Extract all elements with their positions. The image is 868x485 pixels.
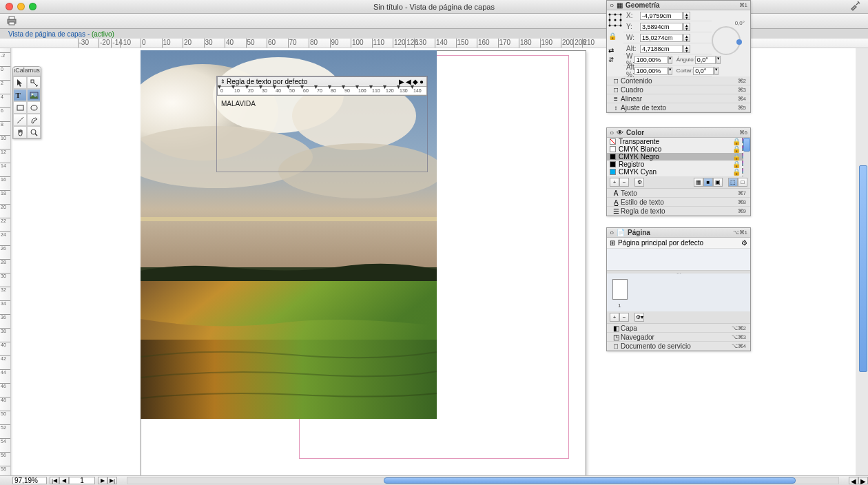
page-subpanel[interactable]: ◳Navegador⌥⌘3 <box>607 333 750 342</box>
text-subpanel[interactable]: A̲Estilo de texto⌘8 <box>607 198 750 207</box>
rectangle-tool[interactable] <box>13 101 27 114</box>
color-scrollbar[interactable] <box>743 138 750 176</box>
geometry-h-input[interactable] <box>640 45 683 53</box>
prev-page-button[interactable]: ◀ <box>59 477 69 484</box>
stepper[interactable]: ▴▾ <box>683 45 690 53</box>
geometry-subpanel[interactable]: ≡Alinear⌘4 <box>607 94 750 103</box>
direct-select-tool[interactable] <box>27 76 41 89</box>
first-page-button[interactable]: |◀ <box>50 477 59 484</box>
color-swatch-row[interactable]: CMYK Cyan🔒 <box>607 168 750 176</box>
color-swatch-row[interactable]: CMYK Magenta🔒 <box>607 176 750 176</box>
panel-close-icon[interactable]: ○ <box>610 229 614 236</box>
stepper[interactable]: ▾ <box>668 56 672 64</box>
fill-mode-1[interactable]: ▦ <box>694 178 703 187</box>
page-subpanel[interactable]: □Documento de servicio⌥⌘4 <box>607 342 750 351</box>
horizontal-scrollbar[interactable] <box>127 477 839 484</box>
color-panel[interactable]: ○ 👁 Color ⌘6 Transparente🔒CMYK Blanco🔒CM… <box>606 127 751 216</box>
geometry-angle-input[interactable] <box>695 56 716 64</box>
pen-tool[interactable] <box>27 114 41 126</box>
text-ruler-scale[interactable]: 0▾10▾20▾30▾40▾50▾60▾70▾80▾90▾100▾110▾120… <box>218 86 426 94</box>
hand-tool[interactable] <box>13 126 27 138</box>
zoom-tool[interactable] <box>27 126 41 138</box>
anchor-point-grid[interactable] <box>608 13 622 27</box>
scroll-right-button[interactable]: ▶ <box>858 477 868 484</box>
tool-palette-title: iCalamus <box>13 67 41 76</box>
panel-close-icon[interactable]: ○ <box>610 1 614 9</box>
rotation-dial[interactable]: 0,0° <box>712 20 745 53</box>
stepper[interactable]: ▾ <box>714 67 719 75</box>
page-subpanel[interactable]: ◧Capa⌥⌘2 <box>607 324 750 333</box>
svg-point-27 <box>620 19 622 21</box>
svg-point-15 <box>31 93 33 95</box>
vertical-scrollbar[interactable] <box>858 48 868 475</box>
color-swatch-row[interactable]: Transparente🔒 <box>607 138 750 145</box>
zoom-input[interactable] <box>12 477 47 484</box>
geometry-panel[interactable]: ○ ▦ Geometría ⌘1 🔒 ⇄ ⇵ X:▴▾ Y:▴▾ W:▴▾ Al… <box>606 0 751 113</box>
geometry-subpanel[interactable]: □Cuadro⌘3 <box>607 85 750 94</box>
tool-palette[interactable]: iCalamus T <box>12 66 41 139</box>
color-scrollbar-thumb[interactable] <box>743 138 750 152</box>
svg-rect-2 <box>9 22 14 25</box>
vertical-scrollbar-thumb[interactable] <box>859 165 867 372</box>
text-frame-content[interactable]: MALAVIDA <box>217 97 427 110</box>
remove-page-button[interactable]: − <box>619 313 629 322</box>
stroke-mode-1[interactable]: ⬚ <box>728 178 738 187</box>
page-number-input[interactable] <box>69 477 95 484</box>
line-tool[interactable] <box>13 114 27 126</box>
geometry-hpct-input[interactable] <box>634 67 668 75</box>
flip-h-icon[interactable]: ⇄ <box>608 47 622 54</box>
selection-tool[interactable] <box>13 76 27 89</box>
remove-color-button[interactable]: − <box>619 178 629 187</box>
stepper[interactable]: ▴▾ <box>683 34 690 42</box>
ellipse-tool[interactable] <box>27 101 41 114</box>
panel-close-icon[interactable]: ○ <box>610 129 614 136</box>
stroke-mode-2[interactable]: □ <box>738 178 747 187</box>
page-thumbnails[interactable]: 1 <box>607 274 750 311</box>
last-page-button[interactable]: ▶| <box>107 477 117 484</box>
color-swatch-row[interactable]: Registro🔒 <box>607 161 750 168</box>
horizontal-scrollbar-thumb[interactable] <box>384 477 796 484</box>
stepper[interactable]: ▴▾ <box>683 23 690 31</box>
add-color-button[interactable]: + <box>610 178 619 187</box>
print-button[interactable] <box>6 15 18 28</box>
page-1-thumb[interactable] <box>612 279 628 300</box>
add-page-button[interactable]: + <box>610 313 619 322</box>
geometry-y-input[interactable] <box>640 23 683 31</box>
svg-rect-16 <box>17 105 23 110</box>
color-swatch-row[interactable]: CMYK Blanco🔒 <box>607 145 750 153</box>
geometry-shear-input[interactable] <box>693 67 714 75</box>
text-frame[interactable]: ⇕ Regla de texto por defecto ▶◀◆● 0▾10▾2… <box>216 76 428 172</box>
svg-line-20 <box>35 134 37 136</box>
fill-mode-2[interactable]: ■ <box>703 178 713 187</box>
master-preview[interactable] <box>607 249 750 271</box>
text-ruler-panel[interactable]: ⇕ Regla de texto por defecto ▶◀◆● 0▾10▾2… <box>217 76 427 96</box>
geometry-wpct-input[interactable] <box>634 56 668 64</box>
text-subpanel[interactable]: ATexto⌘7 <box>607 189 750 198</box>
page-panel[interactable]: ○ 📄 Página ⌥⌘1 ⊞ Página principal por de… <box>606 227 751 351</box>
stepper[interactable]: ▴▾ <box>683 12 690 20</box>
svg-point-29 <box>614 25 617 27</box>
svg-point-24 <box>620 14 622 16</box>
page-number-label: 1 <box>618 302 747 309</box>
geometry-x-input[interactable] <box>640 12 683 20</box>
page-opts-button[interactable]: ⚙▾ <box>634 313 644 322</box>
lock-icon[interactable]: 🔒 <box>608 32 622 40</box>
text-tool[interactable]: T <box>13 89 27 101</box>
image-tool[interactable] <box>27 89 41 101</box>
flip-v-icon[interactable]: ⇵ <box>608 56 622 63</box>
geometry-w-input[interactable] <box>640 34 683 42</box>
color-swatch-row[interactable]: CMYK Negro🔒 <box>607 153 750 161</box>
document-tab[interactable]: Vista de página de capas - (activo) <box>6 30 117 38</box>
scroll-left-button[interactable]: ◀ <box>849 477 858 484</box>
next-page-button[interactable]: ▶ <box>98 477 107 484</box>
color-opts-button[interactable]: ⚙ <box>634 178 644 187</box>
stepper[interactable]: ▾ <box>668 67 672 75</box>
vertical-ruler[interactable]: -202468101214161820222426283032343638404… <box>0 48 11 475</box>
geometry-subpanel[interactable]: ↕Ajuste de texto⌘5 <box>607 103 750 112</box>
stepper[interactable]: ▾ <box>716 56 721 64</box>
master-page-label[interactable]: Página principal por defecto <box>618 239 741 247</box>
master-opts-icon[interactable]: ⚙ <box>741 239 747 247</box>
master-page-icon: ⊞ <box>610 239 615 247</box>
text-subpanel[interactable]: ☰Regla de texto⌘9 <box>607 207 750 216</box>
fill-mode-3[interactable]: ▣ <box>713 178 723 187</box>
